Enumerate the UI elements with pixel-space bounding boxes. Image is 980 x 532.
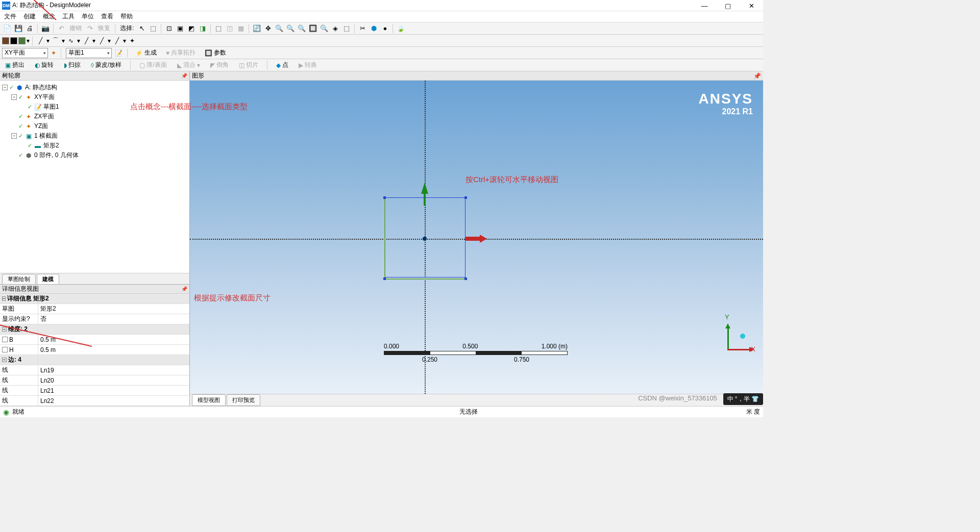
x-axis-arrow — [465, 237, 481, 241]
generate-button[interactable]: ⚡生成 — [132, 48, 160, 58]
redo-label: 恢复 — [96, 24, 112, 33]
look-at-icon[interactable]: ◈ — [330, 23, 340, 34]
scale-bar: 0.0000.5001.000 (m) 0.2500.750 — [384, 343, 568, 363]
menu-file[interactable]: 文件 — [4, 12, 16, 21]
arc-icon[interactable]: ⌒ — [51, 36, 61, 46]
cursor2-icon[interactable]: ⬚ — [148, 23, 158, 34]
menu-create[interactable]: 创建 — [23, 12, 36, 21]
detail-row[interactable]: 草图矩形2 — [0, 304, 189, 314]
view-triad[interactable]: Y X — [712, 322, 748, 358]
detail-header-row: −详细信息 矩形2 — [0, 294, 189, 304]
pan-icon[interactable]: ✥ — [263, 23, 273, 34]
detail-row[interactable]: 线Ln22 — [0, 396, 189, 406]
pin-icon[interactable]: 📌 — [753, 72, 761, 80]
sel-body-icon[interactable]: ◨ — [198, 23, 208, 34]
paint-icon[interactable]: ▦ — [236, 23, 246, 34]
detail-row-h[interactable]: H0.5 m — [0, 345, 189, 355]
tab-modelview[interactable]: 模型视图 — [192, 394, 226, 406]
close-button[interactable]: ✕ — [740, 0, 763, 11]
extrude-button[interactable]: ▣挤出 — [2, 60, 28, 70]
share-button[interactable]: ♥共享拓扑 — [163, 48, 199, 58]
dot-icon[interactable]: ● — [380, 23, 390, 34]
cursor-icon[interactable]: ↖ — [137, 23, 147, 34]
slice-button[interactable]: ◫切片 — [236, 60, 261, 70]
convert-button[interactable]: ▶转换 — [296, 60, 320, 70]
sweep-button[interactable]: ◗扫掠 — [61, 60, 84, 70]
tree-rect2[interactable]: ✓▬矩形2 — [2, 141, 187, 150]
sketch-icon[interactable]: 📝 — [115, 49, 122, 57]
details-grid[interactable]: −详细信息 矩形2 草图矩形2 显示约束?否 −维度: 2 B0.5 m H0.… — [0, 294, 189, 406]
detail-row[interactable]: 线Ln19 — [0, 365, 189, 375]
watermark: CSDN @weixin_57336105 — [638, 394, 717, 402]
line2-icon[interactable]: ╱ — [81, 36, 91, 46]
color3-swatch[interactable] — [18, 37, 26, 44]
plane-dropdown[interactable]: XY平面 — [2, 48, 48, 58]
line4-icon[interactable]: ╱ — [112, 36, 122, 46]
revolve-button[interactable]: ◐旋转 — [32, 60, 57, 70]
skin-button[interactable]: ◊蒙皮/放样 — [88, 60, 125, 70]
star-icon[interactable]: ✦ — [127, 36, 137, 46]
chamfer-button[interactable]: ◤倒角 — [207, 60, 232, 70]
menu-help[interactable]: 帮助 — [120, 12, 133, 21]
menu-view[interactable]: 查看 — [101, 12, 113, 21]
sel-point-icon[interactable]: ⊡ — [164, 23, 174, 34]
tab-model[interactable]: 建模 — [37, 274, 59, 284]
pin-icon[interactable]: 📌 — [181, 73, 187, 79]
detail-row[interactable]: 显示约束?否 — [0, 314, 189, 324]
box-icon[interactable]: ⬚ — [213, 23, 224, 34]
point-button[interactable]: ◆点 — [273, 60, 291, 70]
redo-icon[interactable]: ↷ — [85, 23, 95, 34]
line-icon[interactable]: ╱ — [35, 36, 45, 46]
camera-icon[interactable]: 📷 — [40, 23, 51, 34]
detail-row[interactable]: 线Ln21 — [0, 386, 189, 396]
plane-icon[interactable]: ✦ — [51, 49, 56, 57]
new-icon[interactable]: 📄 — [2, 23, 12, 34]
detail-row[interactable]: 线Ln20 — [0, 375, 189, 386]
slice-icon[interactable]: ✂ — [357, 23, 368, 34]
sketch-dropdown[interactable]: 草图1 — [66, 48, 112, 58]
menu-tools[interactable]: 工具 — [62, 12, 75, 21]
zoom-fit-icon[interactable]: 🔍 — [297, 23, 307, 34]
title-bar: DM A: 静态结构 - DesignModeler — ▢ ✕ — [0, 0, 763, 11]
pin-icon[interactable]: 📌 — [181, 286, 187, 292]
zoom-out-icon[interactable]: 🔍 — [285, 23, 296, 34]
lasso-icon[interactable]: ◫ — [225, 23, 235, 34]
tree-zxplane[interactable]: ✓✦ZX平面 — [2, 112, 187, 121]
app-icon: DM — [2, 2, 10, 10]
sel-edge-icon[interactable]: ▣ — [175, 23, 185, 34]
sel-face-icon[interactable]: ◩ — [186, 23, 197, 34]
line3-icon[interactable]: ╱ — [96, 36, 107, 46]
tree-crosssection[interactable]: −✓▣1 横截面 — [2, 131, 187, 141]
blend-button[interactable]: ◣混合▾ — [174, 60, 203, 70]
status-bar: ◉就绪 无选择 米 度 — [0, 406, 763, 417]
tree-yzplane[interactable]: ✓✦YZ面 — [2, 121, 187, 131]
menu-units[interactable]: 单位 — [82, 12, 94, 21]
detail-row-b[interactable]: B0.5 m — [0, 335, 189, 345]
annotation-2: 按Ctrl+滚轮可水平移动视图 — [465, 175, 558, 185]
save-icon[interactable]: 💾 — [13, 23, 23, 34]
ime-indicator[interactable]: 中 °，半 👕 — [723, 393, 763, 405]
spline-icon[interactable]: ∿ — [66, 36, 76, 46]
maximize-button[interactable]: ▢ — [716, 0, 740, 11]
rotate-icon[interactable]: 🔄 — [252, 23, 262, 34]
graphics-canvas[interactable]: ANSYS 2021 R1 按Ctrl+滚轮可水平移动视图 Y X — [190, 81, 763, 394]
sketch-rectangle[interactable] — [384, 197, 465, 277]
params-button[interactable]: 🔲参数 — [202, 48, 229, 58]
zoom-prev-icon[interactable]: 🔍 — [319, 23, 329, 34]
color1-swatch[interactable] — [2, 37, 9, 44]
tree-root[interactable]: −✓⬢A: 静态结构 — [2, 83, 187, 92]
zoom-box-icon[interactable]: 🔲 — [308, 23, 318, 34]
iso-icon[interactable]: ⬚ — [341, 23, 352, 34]
print-icon[interactable]: 🖨 — [24, 23, 35, 34]
tree-parts[interactable]: ✓⬢0 部件, 0 几何体 — [2, 150, 187, 160]
minimize-button[interactable]: — — [693, 0, 716, 11]
cube-icon[interactable]: ⬢ — [369, 23, 379, 34]
tab-sketch[interactable]: 草图绘制 — [2, 274, 36, 284]
color2-swatch[interactable] — [10, 37, 17, 44]
zoom-in-icon[interactable]: 🔍 — [274, 23, 284, 34]
leaf-icon[interactable]: 🍃 — [396, 23, 406, 34]
tree-xyplane[interactable]: −✓✦XY平面 — [2, 92, 187, 102]
tab-printpreview[interactable]: 打印预览 — [227, 394, 260, 406]
undo-icon[interactable]: ↶ — [56, 23, 66, 34]
thin-button[interactable]: ▢薄/表面 — [136, 60, 169, 70]
